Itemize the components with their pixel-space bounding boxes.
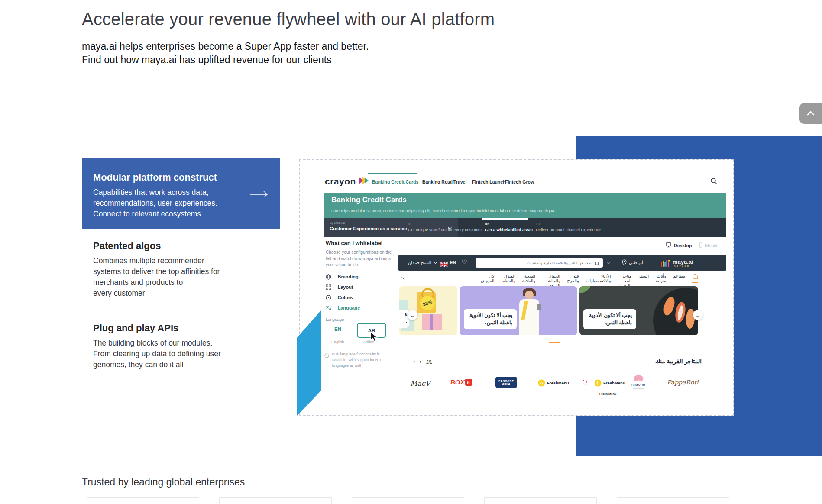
feature-description: The building blocks of our modules. From… (93, 338, 269, 370)
nav-item-banking-credit-cards[interactable]: Banking Credit Cards (372, 179, 424, 184)
category-link[interactable]: المنزل والمطبخ (501, 274, 515, 283)
accordion-layout[interactable]: Layout (326, 284, 406, 292)
misohe-cloud-icon (632, 374, 644, 381)
banner-slide-pharmacy[interactable]: يجب ألا تكون الأدوية باهظة الثمن. (460, 286, 577, 335)
category-link[interactable]: مطاعم (673, 274, 685, 278)
monitor-icon (666, 242, 671, 249)
feature-title: Modular platform construct (93, 172, 269, 183)
carousel-indicator (549, 342, 560, 343)
heart-icon[interactable]: ♡ (462, 258, 467, 265)
hero-subtitle: Lorem ipsum dolor sit amet, consectetur … (331, 208, 556, 213)
feature-description: Combines multiple recommender systems to… (93, 255, 269, 299)
banner-slide-gifts[interactable]: 33% ة . (399, 286, 457, 335)
brand-logo-freshmenu-2: FreshMenu (594, 379, 625, 387)
svg-text:A: A (329, 307, 332, 311)
carousel-next-button[interactable]: → (693, 310, 703, 320)
figure-head-shape (525, 291, 534, 299)
nav-item-fintech-launch[interactable]: Fintech Launch (472, 179, 506, 184)
category-link[interactable]: كل العروض (481, 274, 494, 283)
crayon-logo[interactable]: crayon (325, 176, 369, 187)
active-tab-indicator (368, 173, 417, 174)
location-pin-icon (622, 259, 627, 267)
search-input[interactable] (476, 258, 603, 268)
feature-tab-modular-platform[interactable]: Modular platform construct Capabilities … (82, 158, 280, 229)
trusted-heading: Trusted by leading global enterprises (82, 476, 245, 488)
divider (473, 259, 473, 266)
language-note: Dual language functionality is available… (332, 352, 401, 368)
page-title: Accelerate your revenue flywheel with ou… (82, 10, 495, 29)
feature-tab-plug-and-play-apis[interactable]: Plug and play APIs The building blocks o… (82, 323, 280, 370)
misohe-tagline-bar (633, 388, 644, 389)
target-circle-icon (326, 294, 331, 302)
accordion-language[interactable]: A Language (326, 305, 406, 313)
module-select-label: By Module (330, 221, 345, 225)
demo-language-switcher[interactable]: EN (450, 260, 456, 265)
category-link[interactable]: الصحة والعافية (522, 274, 535, 283)
module-bar: By Module Customer Experience as a servi… (324, 218, 726, 237)
crayon-arrow-icon (358, 176, 369, 187)
pager-prev-icon[interactable]: ‹ (413, 359, 415, 365)
product-screenshot-card: crayon Banking Credit Cards Banking Reta… (299, 159, 734, 416)
step-02[interactable]: 02 Get a whitelabilled asset (485, 222, 533, 232)
client-logo-box (352, 497, 464, 504)
chevron-down-icon (401, 275, 406, 279)
feature-title: Plug and play APIs (93, 323, 269, 334)
feature-tab-patented-algos[interactable]: Patented algos Combines multiple recomme… (82, 240, 280, 299)
client-logo-box (617, 497, 729, 504)
uk-flag-icon (440, 261, 448, 268)
language-name-english: English (331, 340, 344, 344)
nav-item-travel[interactable]: Travel (453, 179, 466, 184)
layout-grid-icon (326, 284, 331, 291)
info-icon (324, 352, 329, 360)
brand-mark-icon (582, 379, 587, 387)
nav-item-fintech-grow[interactable]: Fintech Grow (505, 179, 534, 184)
demo-city-selector[interactable]: أبو ظبي (629, 260, 643, 265)
arrow-right-icon (249, 191, 269, 200)
active-step-indicator (482, 218, 528, 220)
step-01[interactable]: 01 Get unique storefront for every custo… (408, 222, 482, 232)
carousel-pager: ‹ › 2/1 (413, 359, 432, 365)
hero-title: Banking Credit Cards (331, 196, 407, 204)
freshmenu-icon (538, 379, 545, 387)
page: Accelerate your revenue flywheel with ou… (0, 0, 822, 504)
demo-logo[interactable]: maya.ai (673, 258, 693, 265)
preview-toggle-mobile[interactable]: Mobile (699, 242, 718, 249)
chevron-up-icon (807, 110, 815, 117)
category-link[interactable]: وأثاث منزلية (656, 274, 666, 283)
demo-section-heading: المتاجر القريبة منك (603, 358, 702, 365)
category-link[interactable]: فنون والمرح (567, 274, 579, 283)
panel-description: Choose your configurations on the left a… (326, 249, 406, 268)
banner-text-card: يجب ألا تكون الأدوية باهظة الثمن. (583, 309, 636, 329)
brand-logo-fancode: FANCODE SHOP (495, 377, 517, 388)
leaf-shape (579, 286, 591, 293)
brand-logo-macv: MacV (410, 379, 430, 388)
brand-logo-misohe: misohe (631, 374, 645, 389)
search-icon[interactable] (710, 178, 718, 187)
scroll-to-top-button[interactable] (799, 103, 822, 124)
client-logo-box (87, 497, 199, 504)
carousel-prev-button[interactable]: ← (408, 310, 417, 320)
demo-area-dropdown[interactable]: الشيخ حمدان (408, 260, 437, 265)
home-arch-icon[interactable] (692, 274, 698, 283)
brand-logo-box8: BOX 8 (450, 378, 472, 386)
language-option-en[interactable]: EN (334, 326, 341, 332)
demo-search-field[interactable] (476, 258, 603, 268)
nav-item-banking-retail[interactable]: Banking Retail (422, 179, 454, 184)
module-select-value: Customer Experience as a service (330, 226, 407, 231)
chevron-down-icon[interactable] (607, 261, 610, 264)
feature-title: Patented algos (93, 240, 269, 252)
gift-box-shape (422, 314, 442, 330)
banner-text-card: يجب ألا تكون الأدوية باهظة الثمن. (464, 309, 517, 329)
step-03[interactable]: 03 Deliver an omni channel experience (536, 222, 601, 232)
translate-icon: A (326, 305, 332, 312)
banner-slide-sushi[interactable]: يجب ألا تكون الأدوية باهظة الثمن. (579, 286, 698, 335)
preview-toggle-desktop[interactable]: Desktop (666, 242, 692, 249)
category-link[interactable]: السفر (638, 274, 649, 278)
banner-text-partial: ة . (399, 310, 409, 328)
accordion-colors[interactable]: Colors (326, 294, 406, 302)
language-label: Language (326, 317, 344, 322)
category-link[interactable]: الأزياء والاكسسوارات (586, 274, 611, 283)
accordion-branding[interactable]: Branding (326, 274, 406, 281)
demo-category-bar: مطاعم وأثاث منزلية السفر متاجر البيع بال… (481, 274, 698, 284)
pager-next-icon[interactable]: › (420, 359, 421, 365)
